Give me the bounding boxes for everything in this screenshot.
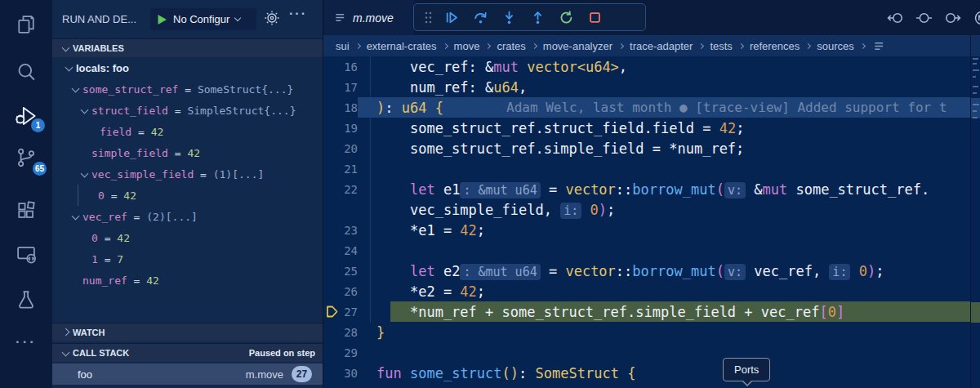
- code-token: 42: [460, 222, 476, 239]
- line-number[interactable]: 27: [340, 305, 358, 319]
- line-number[interactable]: 18: [340, 101, 358, 114]
- start-debug-play-icon[interactable]: [157, 14, 167, 25]
- nav-circle-icon[interactable]: [915, 11, 933, 25]
- chevron-down-icon[interactable]: [63, 62, 76, 74]
- continue-button[interactable]: [441, 7, 462, 28]
- variable-row[interactable]: struct_field = SimpleStruct{...}: [52, 100, 323, 121]
- variables-section-header[interactable]: VARIABLES: [52, 38, 323, 57]
- variable-row[interactable]: 1 = 7: [52, 248, 323, 270]
- variable-row[interactable]: 0 = 42: [52, 227, 323, 248]
- code-line[interactable]: 23 *e1 = 42;: [323, 220, 970, 240]
- nav-back-icon[interactable]: [887, 11, 904, 25]
- variable-token: =: [194, 168, 212, 181]
- breadcrumb-item[interactable]: crates: [497, 40, 525, 52]
- watch-section-header[interactable]: WATCH: [52, 323, 323, 341]
- line-number[interactable]: 20: [340, 142, 358, 155]
- code-line[interactable]: 20 some_struct_ref.simple_field = *num_r…: [323, 138, 970, 158]
- code-token: mut: [762, 181, 787, 198]
- testing-beaker-icon[interactable]: [0, 283, 52, 316]
- code-token: *e1 =: [376, 222, 460, 239]
- restart-button[interactable]: [555, 7, 577, 28]
- variable-row[interactable]: locals: foo: [52, 57, 323, 78]
- code-line[interactable]: 30fun some_struct(): SomeStruct {: [323, 363, 970, 383]
- code-line[interactable]: vec_simple_field, i: 0);: [323, 199, 970, 220]
- nav-forward-icon[interactable]: [944, 11, 961, 25]
- variable-row[interactable]: 0 = 42: [52, 185, 323, 206]
- variable-row[interactable]: num_ref = 42: [52, 270, 323, 291]
- line-number[interactable]: 17: [340, 81, 358, 94]
- breadcrumb-item[interactable]: move-analyzer: [543, 40, 612, 52]
- chevron-down-icon[interactable]: [69, 211, 82, 222]
- line-number[interactable]: 26: [340, 285, 358, 298]
- breadcrumb-item[interactable]: sources: [817, 40, 854, 52]
- breadcrumb-item[interactable]: move: [454, 40, 480, 52]
- chevron-down-icon[interactable]: [78, 105, 91, 116]
- code-line[interactable]: 18): u64 {Adam Welc, last month ● [trace…: [323, 97, 970, 118]
- callstack-frame-row[interactable]: foo m.move 27: [52, 363, 323, 385]
- chevron-down-icon: [234, 14, 241, 20]
- nav-clipped-icon[interactable]: [973, 10, 980, 26]
- breadcrumb-item[interactable]: references: [750, 40, 800, 52]
- code-token: ::: [616, 181, 632, 198]
- variable-row[interactable]: vec_ref = (2)[...]: [52, 206, 323, 227]
- callstack-section-header[interactable]: CALL STACK Paused on step: [52, 343, 323, 362]
- code-token: SomeStruct: [536, 365, 619, 381]
- chevron-down-icon[interactable]: [69, 83, 82, 95]
- line-number[interactable]: 25: [340, 265, 358, 278]
- breadcrumb-item[interactable]: external-crates: [367, 40, 437, 52]
- code-line[interactable]: 26 *e2 = 42;: [323, 281, 970, 301]
- line-number[interactable]: 19: [340, 122, 358, 135]
- line-number[interactable]: 28: [340, 326, 358, 339]
- line-number[interactable]: 16: [340, 60, 358, 74]
- code-line[interactable]: 28}: [323, 322, 970, 342]
- code-token: &: [746, 181, 762, 198]
- code-line[interactable]: 24: [323, 240, 970, 261]
- code-line[interactable]: 16 vec_ref: &mut vector<u64>,: [323, 56, 970, 77]
- line-number[interactable]: 30: [340, 367, 358, 380]
- code-line[interactable]: 19 some_struct_ref.struct_field.field = …: [323, 118, 970, 138]
- config-dropdown-label: No Configur: [173, 13, 229, 25]
- variable-row[interactable]: some_struct_ref = SomeStruct{...}: [52, 78, 323, 100]
- line-number[interactable]: 22: [340, 183, 358, 196]
- debug-config-dropdown[interactable]: No Configur: [150, 8, 256, 30]
- sidebar-more-icon[interactable]: ···: [289, 7, 307, 21]
- source-control-icon[interactable]: 65: [0, 141, 52, 174]
- tab-m-move[interactable]: m.move: [324, 0, 414, 35]
- line-number[interactable]: 23: [340, 224, 358, 237]
- minimap[interactable]: [971, 56, 980, 388]
- breadcrumb-item[interactable]: trace-adapter: [630, 40, 693, 52]
- code-token: vector: [565, 181, 615, 198]
- step-over-button[interactable]: [470, 7, 491, 28]
- explorer-icon[interactable]: [0, 8, 52, 41]
- line-number[interactable]: 21: [340, 163, 358, 176]
- more-views-icon[interactable]: ···: [0, 326, 52, 359]
- line-number[interactable]: 24: [340, 244, 358, 257]
- line-number[interactable]: 29: [340, 346, 358, 359]
- step-out-button[interactable]: [527, 7, 548, 28]
- remote-explorer-icon[interactable]: [0, 238, 52, 270]
- breadcrumb-item[interactable]: sui: [336, 40, 350, 52]
- breadcrumb-item[interactable]: tests: [710, 40, 732, 52]
- run-debug-icon[interactable]: 1: [0, 100, 52, 132]
- code-editor[interactable]: 16 vec_ref: &mut vector<u64>,17 num_ref:…: [323, 56, 970, 388]
- variable-row[interactable]: vec_simple_field = (1)[...]: [52, 163, 323, 185]
- inlay-hint: v:: [724, 264, 746, 280]
- variable-row[interactable]: field = 42: [52, 121, 323, 142]
- search-icon[interactable]: [0, 56, 52, 88]
- code-line[interactable]: 29: [323, 342, 970, 363]
- gear-icon[interactable]: [263, 9, 281, 27]
- variable-row[interactable]: simple_field = 42: [52, 142, 323, 163]
- variable-token: =: [178, 83, 197, 96]
- drag-grip-icon[interactable]: [422, 7, 434, 28]
- code-line[interactable]: 25 let e2: &mut u64 = vector::borrow_mut…: [323, 261, 970, 281]
- step-into-button[interactable]: [498, 7, 519, 28]
- stop-button[interactable]: [584, 7, 605, 28]
- code-line[interactable]: 22 let e1: &mut u64 = vector::borrow_mut…: [323, 179, 970, 199]
- code-line[interactable]: 17 num_ref: &u64,: [323, 77, 970, 97]
- debug-badge: 1: [31, 118, 45, 132]
- code-line[interactable]: 27 *num_ref + some_struct_ref.simple_fie…: [323, 301, 970, 322]
- extensions-icon[interactable]: [0, 194, 52, 227]
- chevron-down-icon[interactable]: [78, 168, 91, 180]
- code-line[interactable]: 21: [323, 158, 970, 179]
- breakpoint-gutter[interactable]: [323, 305, 340, 318]
